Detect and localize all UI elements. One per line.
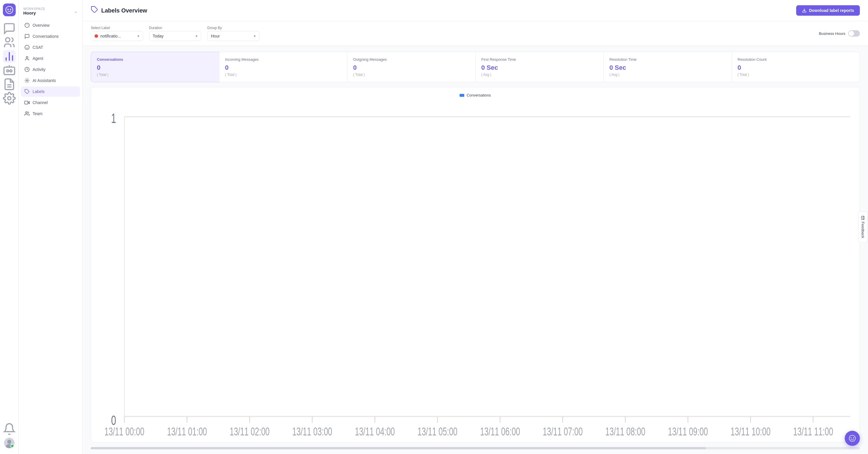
- main-sidebar: Workspace Hoory ⌄ Overview Conversations…: [19, 0, 83, 454]
- workspace-chevron-icon: ⌄: [74, 8, 78, 14]
- sidebar-item-ai-assistants[interactable]: AI Assistants: [21, 75, 80, 86]
- feedback-tab[interactable]: Feedback: [858, 211, 868, 242]
- svg-point-0: [5, 6, 13, 14]
- label-filter-label: Select Label: [91, 26, 143, 30]
- label-select-value: notificatio...: [100, 34, 135, 38]
- sidebar-item-team[interactable]: Team: [21, 108, 80, 119]
- sidebar-item-conversations[interactable]: Conversations: [21, 31, 80, 41]
- stat-resolution-time-value: 0 Sec: [610, 64, 726, 71]
- chart-container: 1 0 13/11 00:00 13/11 01:00 13/11 02:00 …: [97, 102, 854, 437]
- scrollbar-thumb: [91, 447, 706, 449]
- stat-resolution-time-sub: ( Avg ): [610, 73, 726, 77]
- icon-nav-chat[interactable]: [3, 22, 16, 35]
- svg-point-60: [853, 437, 854, 438]
- stat-conversations-sub: ( Total ): [97, 73, 213, 77]
- page-header: Labels Overview Download label reports: [83, 0, 868, 21]
- sidebar-item-conversations-label: Conversations: [33, 34, 59, 39]
- svg-text:13/11 01:00: 13/11 01:00: [167, 425, 207, 437]
- svg-text:1: 1: [111, 111, 116, 126]
- label-filter-group: Select Label notificatio... ▾: [91, 26, 143, 41]
- stat-incoming-sub: ( Total ): [225, 73, 341, 77]
- groupby-filter-select[interactable]: Hour ▾: [207, 31, 259, 41]
- sidebar-item-ai-label: AI Assistants: [33, 78, 56, 83]
- business-hours-label: Business Hours: [819, 31, 845, 36]
- duration-filter-group: Duration Today ▾: [149, 26, 201, 41]
- icon-sidebar: [0, 0, 19, 454]
- stat-resolution-time-title: Resolution Time: [610, 57, 726, 62]
- stat-first-response: First Response Time 0 Sec ( Avg ): [475, 52, 603, 82]
- icon-nav-settings[interactable]: [3, 92, 16, 105]
- workspace-label: Workspace: [23, 7, 45, 10]
- download-button[interactable]: Download label reports: [796, 5, 860, 16]
- svg-point-8: [6, 70, 8, 72]
- stat-outgoing-sub: ( Total ): [353, 73, 469, 77]
- duration-filter-label: Duration: [149, 26, 201, 30]
- stat-outgoing-title: Outgoing Messages: [353, 57, 469, 62]
- svg-text:13/11 06:00: 13/11 06:00: [480, 425, 520, 437]
- chart-svg: 1 0 13/11 00:00 13/11 01:00 13/11 02:00 …: [97, 102, 854, 437]
- chart-scrollbar[interactable]: [91, 447, 860, 449]
- app-logo[interactable]: [3, 3, 16, 16]
- label-chevron-icon: ▾: [137, 34, 140, 38]
- chart-legend: Conversations: [97, 93, 854, 97]
- svg-point-12: [7, 97, 11, 100]
- svg-point-14: [6, 444, 13, 448]
- sidebar-item-channel[interactable]: Channel: [21, 97, 80, 108]
- duration-chevron-icon: ▾: [195, 34, 197, 38]
- user-avatar[interactable]: [4, 438, 14, 448]
- stat-resolution-count: Resolution Count 0 ( Total ): [732, 52, 860, 82]
- svg-text:13/11 00:00: 13/11 00:00: [104, 425, 144, 437]
- stat-incoming-value: 0: [225, 64, 341, 71]
- stat-conversations-title: Conversations: [97, 57, 213, 62]
- stat-outgoing-value: 0: [353, 64, 469, 71]
- stat-outgoing: Outgoing Messages 0 ( Total ): [347, 52, 475, 82]
- icon-nav-team[interactable]: [3, 36, 16, 49]
- svg-point-21: [26, 56, 28, 58]
- business-hours-toggle-group: Business Hours: [819, 30, 860, 37]
- icon-nav-bot[interactable]: [3, 64, 16, 77]
- svg-text:13/11 09:00: 13/11 09:00: [668, 425, 708, 437]
- label-color-dot: [95, 34, 98, 38]
- sidebar-item-labels[interactable]: Labels: [21, 86, 80, 97]
- sidebar-item-overview[interactable]: Overview: [21, 20, 80, 31]
- label-filter-select[interactable]: notificatio... ▾: [91, 31, 143, 41]
- stats-row: Conversations 0 ( Total ) Incoming Messa…: [83, 46, 868, 82]
- chat-bubble-button[interactable]: [845, 431, 860, 446]
- sidebar-nav: Overview Conversations CSAT Agent Activi…: [19, 20, 82, 119]
- stat-first-response-value: 0 Sec: [482, 64, 598, 71]
- svg-text:13/11 04:00: 13/11 04:00: [355, 425, 395, 437]
- svg-text:13/11 11:00: 13/11 11:00: [793, 425, 833, 437]
- stat-resolution-count-title: Resolution Count: [738, 57, 854, 62]
- sidebar-item-overview-label: Overview: [33, 23, 50, 28]
- svg-point-13: [7, 440, 11, 444]
- sidebar-item-labels-label: Labels: [33, 89, 44, 94]
- svg-point-1: [7, 9, 8, 10]
- sidebar-item-agent[interactable]: Agent: [21, 53, 80, 64]
- duration-filter-select[interactable]: Today ▾: [149, 31, 201, 41]
- stat-incoming: Incoming Messages 0 ( Total ): [219, 52, 347, 82]
- groupby-filter-label: Group By: [207, 26, 259, 30]
- main-content: Labels Overview Download label reports S…: [83, 0, 868, 454]
- workspace-selector[interactable]: Workspace Hoory ⌄: [19, 5, 82, 20]
- svg-text:13/11 08:00: 13/11 08:00: [605, 425, 645, 437]
- legend-color-dot: [460, 94, 464, 97]
- business-hours-toggle[interactable]: [848, 30, 860, 37]
- svg-point-3: [5, 38, 10, 42]
- sidebar-item-csat[interactable]: CSAT: [21, 42, 80, 53]
- notifications-icon[interactable]: [3, 423, 16, 435]
- svg-point-9: [9, 70, 12, 72]
- labels-page-icon: [91, 6, 98, 15]
- icon-nav-reports[interactable]: [3, 78, 16, 91]
- stat-resolution-count-value: 0: [738, 64, 854, 71]
- groupby-select-value: Hour: [211, 34, 251, 38]
- sidebar-item-activity[interactable]: Activity: [21, 64, 80, 75]
- workspace-name: Hoory: [23, 10, 45, 15]
- svg-text:13/11 02:00: 13/11 02:00: [229, 425, 269, 437]
- sidebar-item-csat-label: CSAT: [33, 45, 43, 50]
- icon-nav-analytics[interactable]: [3, 50, 16, 63]
- svg-rect-25: [25, 101, 28, 104]
- chart-area: Conversations 1 0 13/11 00:00 13/11 01:0…: [91, 87, 860, 442]
- svg-point-2: [10, 9, 11, 10]
- sidebar-item-channel-label: Channel: [33, 100, 48, 105]
- groupby-chevron-icon: ▾: [254, 34, 256, 38]
